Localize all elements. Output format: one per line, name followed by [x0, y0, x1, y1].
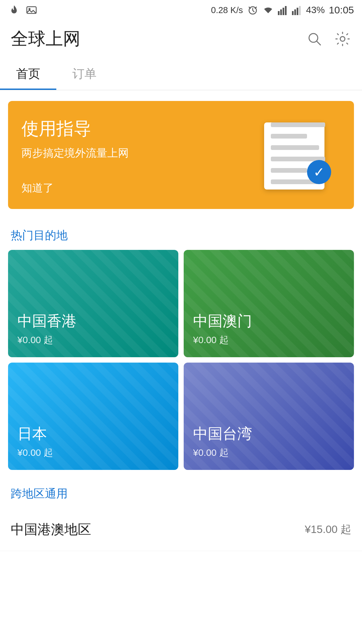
doc-line-5: [271, 168, 307, 173]
doc-line-3: [271, 145, 319, 150]
flame-icon: [8, 4, 20, 16]
svg-rect-7: [285, 6, 287, 15]
dest-name-hongkong: 中国香港: [17, 311, 169, 331]
destination-grid: 中国香港 ¥0.00 起 中国澳门 ¥0.00 起 日本 ¥0.00 起 中国台…: [0, 250, 362, 470]
status-bar: 0.28 K/s: [0, 0, 362, 20]
signal2-icon: [292, 5, 302, 15]
svg-rect-11: [299, 6, 301, 15]
dest-price-hongkong: ¥0.00 起: [17, 334, 169, 346]
list-item-hkmo[interactable]: 中国港澳地区 ¥15.00 起: [0, 508, 362, 551]
doc-line-1: [271, 122, 325, 127]
svg-rect-10: [297, 8, 298, 15]
tab-orders[interactable]: 订单: [56, 58, 113, 90]
cross-section-header: 跨地区通用: [0, 481, 362, 508]
image-icon: [25, 4, 38, 16]
guide-banner[interactable]: 使用指导 两步搞定境外流量上网 知道了 ✓: [8, 101, 354, 209]
alarm-icon: [247, 4, 258, 16]
dest-card-japan[interactable]: 日本 ¥0.00 起: [8, 363, 178, 470]
status-bar-left-icons: [8, 4, 38, 16]
cross-item-price-hkmo: ¥15.00 起: [305, 522, 351, 537]
svg-rect-6: [283, 8, 284, 15]
svg-rect-5: [280, 9, 282, 15]
app-bar: 全球上网: [0, 20, 362, 58]
dest-price-taiwan: ¥0.00 起: [193, 446, 345, 459]
cross-item-name-hkmo: 中国港澳地区: [11, 520, 91, 539]
search-button[interactable]: [306, 30, 323, 48]
dest-card-macao[interactable]: 中国澳门 ¥0.00 起: [184, 250, 354, 357]
app-bar-actions: [306, 30, 351, 48]
wifi-icon: [262, 4, 274, 16]
svg-rect-4: [278, 11, 280, 15]
battery-percent: 43%: [306, 5, 325, 15]
dest-name-taiwan: 中国台湾: [193, 424, 345, 444]
dest-card-hongkong[interactable]: 中国香港 ¥0.00 起: [8, 250, 178, 357]
hot-section-header: 热门目的地: [0, 220, 362, 250]
doc-line-2: [271, 134, 307, 139]
settings-button[interactable]: [334, 30, 351, 48]
svg-rect-9: [294, 9, 296, 15]
network-speed: 0.28 K/s: [211, 5, 243, 15]
tab-home[interactable]: 首页: [0, 58, 56, 90]
app-title: 全球上网: [11, 27, 80, 51]
clock: 10:05: [329, 4, 354, 16]
tabs: 首页 订单: [0, 58, 362, 90]
dest-name-japan: 日本: [17, 424, 169, 444]
status-bar-right-info: 0.28 K/s: [211, 4, 354, 16]
svg-rect-8: [292, 11, 294, 15]
dest-price-japan: ¥0.00 起: [17, 446, 169, 459]
dest-price-macao: ¥0.00 起: [193, 334, 345, 346]
check-icon: ✓: [313, 164, 325, 180]
check-circle: ✓: [307, 160, 331, 184]
signal-icon: [278, 5, 288, 15]
svg-point-13: [340, 37, 345, 41]
dest-name-macao: 中国澳门: [193, 311, 345, 331]
dest-card-taiwan[interactable]: 中国台湾 ¥0.00 起: [184, 363, 354, 470]
